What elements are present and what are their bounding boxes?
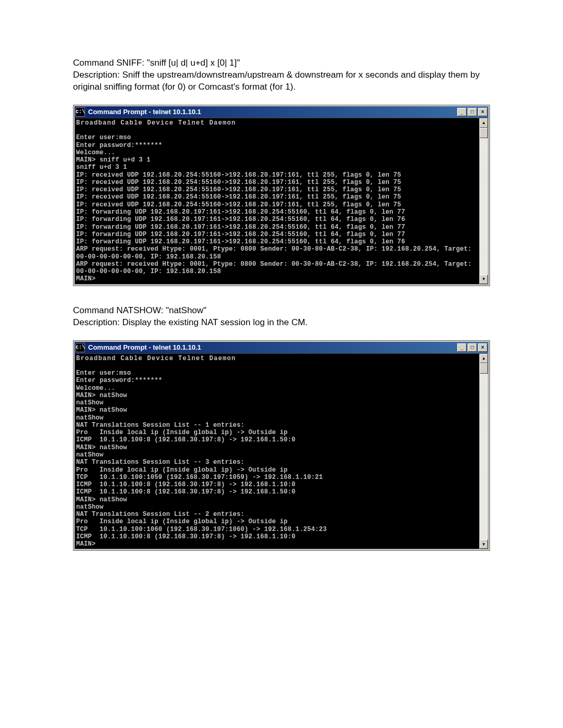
close-button[interactable]: × [478, 343, 487, 352]
window-title: Command Prompt - telnet 10.1.10.1 [88, 343, 457, 351]
natshow-command-line: Command NATSHOW: "natShow" [73, 305, 490, 317]
sniff-description: Description: Sniff the upstream/downstre… [73, 69, 490, 93]
sniff-section-text: Command SNIFF: "sniff [u| d| u+d] x [0| … [73, 57, 490, 93]
titlebar: c:\ Command Prompt - telnet 10.1.10.1 _ … [75, 342, 488, 353]
maximize-button[interactable]: □ [468, 108, 477, 116]
cmd-icon: c:\ [76, 343, 85, 352]
natshow-section-text: Command NATSHOW: "natShow" Description: … [73, 305, 490, 329]
terminal-output-sniff: Broadband Cable Device Telnet Daemon Ent… [75, 118, 479, 284]
scrollbar[interactable]: ▲ ▼ [479, 118, 488, 284]
scroll-up-icon[interactable]: ▲ [480, 118, 488, 128]
natshow-description: Description: Display the existing NAT se… [73, 317, 490, 329]
scroll-thumb[interactable] [480, 363, 488, 374]
scroll-track[interactable] [480, 374, 488, 540]
cmd-icon: c:\ [76, 107, 85, 117]
scroll-up-icon[interactable]: ▲ [480, 354, 488, 363]
terminal-output-natshow: Broadband Cable Device Telnet Daemon Ent… [75, 354, 479, 549]
scroll-down-icon[interactable]: ▼ [480, 539, 488, 549]
maximize-button[interactable]: □ [468, 343, 477, 352]
terminal-window-sniff: c:\ Command Prompt - telnet 10.1.10.1 _ … [73, 105, 490, 286]
scrollbar[interactable]: ▲ ▼ [479, 354, 488, 549]
minimize-button[interactable]: _ [457, 108, 467, 116]
window-title: Command Prompt - telnet 10.1.10.1 [88, 108, 457, 116]
titlebar: c:\ Command Prompt - telnet 10.1.10.1 _ … [75, 106, 488, 118]
close-button[interactable]: × [478, 108, 487, 116]
scroll-down-icon[interactable]: ▼ [480, 275, 488, 284]
terminal-window-natshow: c:\ Command Prompt - telnet 10.1.10.1 _ … [73, 340, 490, 551]
scroll-thumb[interactable] [480, 128, 488, 138]
sniff-command-line: Command SNIFF: "sniff [u| d| u+d] x [0| … [73, 57, 490, 69]
scroll-track[interactable] [480, 138, 488, 275]
minimize-button[interactable]: _ [457, 343, 467, 352]
